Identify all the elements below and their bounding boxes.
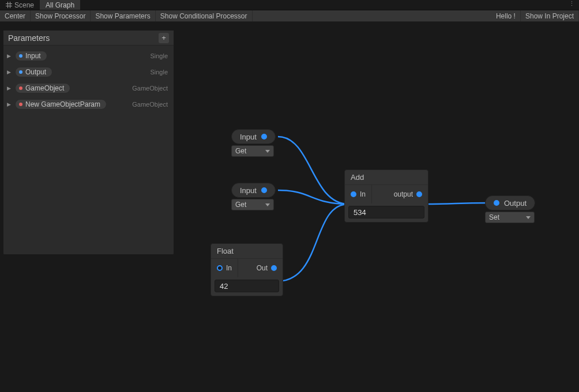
node-ports-row: In Out	[211, 259, 283, 277]
node-label: Input	[240, 133, 257, 141]
port-label: Out	[257, 264, 268, 272]
node-input-1-mode-dropdown[interactable]: Get	[231, 145, 274, 157]
output-port[interactable]	[271, 265, 277, 271]
output-port[interactable]	[261, 187, 267, 193]
tab-all-graph[interactable]: All Graph	[40, 0, 80, 10]
add-value-input[interactable]: 534	[348, 206, 424, 218]
dropdown-label: Get	[235, 201, 246, 209]
window-menu-icon[interactable]: ⋮	[566, 0, 577, 7]
tab-scene[interactable]: Scene	[0, 0, 40, 10]
node-input-2-mode-dropdown[interactable]: Get	[231, 199, 274, 210]
show-conditional-button[interactable]: Show Conditional Processor	[156, 10, 253, 21]
grid-icon	[6, 2, 12, 8]
show-in-project-button[interactable]: Show In Project	[521, 10, 579, 21]
node-title: Add	[351, 173, 364, 182]
float-value-input[interactable]: 42	[215, 280, 279, 292]
show-processor-button[interactable]: Show Processor	[31, 10, 91, 21]
dropdown-label: Set	[489, 213, 499, 221]
output-port[interactable]	[416, 191, 422, 197]
node-input-2[interactable]: Input	[231, 183, 276, 198]
port-label: output	[394, 190, 413, 198]
node-label: Input	[240, 186, 257, 195]
hello-button[interactable]: Hello !	[491, 10, 521, 21]
tab-graph-label: All Graph	[46, 1, 74, 9]
output-port-cell: Out	[251, 259, 283, 277]
show-parameters-button[interactable]: Show Parameters	[91, 10, 155, 21]
input-port-cell: In	[345, 185, 372, 203]
node-float[interactable]: Float In Out 42	[210, 243, 283, 296]
chevron-down-icon	[265, 203, 270, 206]
top-tabs-bar: Scene All Graph ⋮	[0, 0, 579, 10]
graph-toolbar: Center Show Processor Show Parameters Sh…	[0, 10, 579, 22]
node-header[interactable]: Float	[211, 244, 283, 259]
graph-canvas-area: Parameters + ▶ Input Single ▶ Output Sin…	[0, 22, 579, 392]
input-port[interactable]	[217, 265, 223, 271]
output-port[interactable]	[261, 134, 267, 140]
node-output-mode-dropdown[interactable]: Set	[485, 212, 535, 223]
dropdown-label: Get	[235, 147, 246, 155]
center-button[interactable]: Center	[0, 10, 31, 21]
node-label: Output	[504, 199, 527, 208]
input-port[interactable]	[494, 200, 499, 206]
chevron-down-icon	[265, 150, 270, 153]
tab-scene-label: Scene	[14, 1, 34, 9]
output-port-cell: output	[388, 185, 428, 203]
node-add[interactable]: Add In output 534	[344, 169, 428, 223]
port-label: In	[226, 264, 232, 272]
node-header[interactable]: Add	[345, 170, 428, 185]
node-ports-row: In output	[345, 185, 428, 203]
node-title: Float	[217, 247, 234, 255]
input-port-cell: In	[211, 259, 238, 277]
node-input-1[interactable]: Input	[231, 129, 276, 144]
node-graph-canvas[interactable]: Input Get Input Get Float In	[0, 22, 579, 392]
input-port[interactable]	[351, 191, 356, 197]
node-output[interactable]: Output	[485, 195, 535, 210]
chevron-down-icon	[526, 216, 531, 219]
port-label: In	[360, 190, 366, 198]
